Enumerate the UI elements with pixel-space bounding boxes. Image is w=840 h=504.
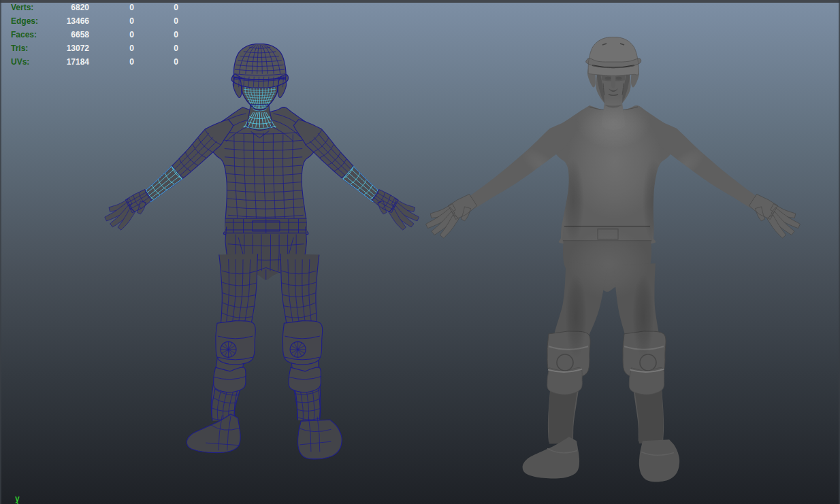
svg-text:y: y <box>15 494 20 503</box>
